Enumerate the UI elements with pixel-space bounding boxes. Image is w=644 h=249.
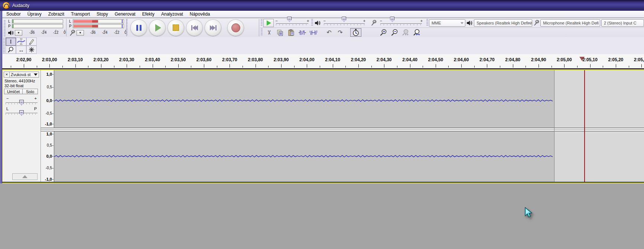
fit-project-button[interactable] bbox=[411, 28, 422, 37]
recording-meter-right[interactable]: P bbox=[73, 24, 124, 28]
output-volume-slider-thumb[interactable] bbox=[342, 17, 346, 22]
audacity-logo-icon bbox=[3, 2, 10, 9]
skip-to-start-button[interactable] bbox=[186, 19, 203, 36]
cut-button[interactable]: ✂ bbox=[263, 28, 274, 37]
play-at-speed-icon bbox=[267, 20, 271, 26]
output-device-dropdown[interactable]: Speakers (Realtek High Definit bbox=[474, 19, 532, 27]
timeline-label: 2:03,70 bbox=[217, 57, 242, 62]
silence-audio-button[interactable] bbox=[308, 28, 319, 37]
menu-item-zobrazit[interactable]: Zobrazit bbox=[45, 11, 68, 17]
record-button[interactable] bbox=[227, 19, 244, 36]
copy-button[interactable] bbox=[274, 28, 286, 37]
audio-host-dropdown[interactable]: MME bbox=[429, 19, 465, 27]
timeline-label: 2:05,10 bbox=[578, 57, 603, 62]
draw-tool-button[interactable] bbox=[26, 37, 37, 46]
tools-toolbar-grip[interactable] bbox=[3, 38, 5, 54]
timeline-minor-tick bbox=[217, 66, 217, 68]
selection-tool-button[interactable]: I bbox=[6, 37, 16, 46]
play-button[interactable] bbox=[149, 19, 166, 36]
timeline-label: 2:04,10 bbox=[320, 57, 345, 62]
menu-item-stopy[interactable]: Stopy bbox=[93, 11, 111, 17]
vertical-ruler[interactable]: 1,00,50,0-0,5-1,01,00,50,0-0,5-1,0 bbox=[41, 70, 54, 182]
redo-button[interactable]: ↷ bbox=[335, 28, 346, 37]
vruler-label: 0,0 bbox=[46, 154, 52, 158]
playback-meter-dropdown[interactable]: ▼ bbox=[15, 30, 22, 36]
vruler-label: 0,5 bbox=[47, 85, 52, 89]
transport-toolbar-grip[interactable] bbox=[126, 19, 128, 36]
timeline-tick bbox=[101, 64, 101, 68]
fit-selection-button[interactable] bbox=[400, 28, 411, 37]
multi-tool-button[interactable] bbox=[26, 46, 37, 54]
timeline-minor-tick bbox=[243, 66, 243, 68]
pan-slider[interactable]: L P bbox=[6, 107, 38, 116]
timeline-ruler[interactable]: 2:02,902:03,002:03,102:03,202:03,302:03,… bbox=[0, 54, 644, 69]
output-volume-slider[interactable]: − + bbox=[323, 19, 365, 27]
input-volume-slider[interactable]: − + bbox=[380, 19, 423, 27]
playback-meter-left[interactable]: L bbox=[12, 19, 63, 23]
vruler-label: -0,5 bbox=[46, 111, 52, 115]
playback-meter[interactable]: L P ▼ -36-24-120 bbox=[7, 19, 64, 36]
input-device-dropdown[interactable]: Microphone (Realtek High Defi bbox=[540, 19, 600, 27]
timeline-minor-tick bbox=[88, 66, 88, 68]
play-speed-slider-thumb[interactable] bbox=[287, 17, 292, 22]
timeline-minor-tick bbox=[448, 66, 449, 68]
play-at-speed-button[interactable] bbox=[263, 19, 274, 27]
time-shift-tool-button[interactable]: ↔ bbox=[16, 46, 26, 54]
menu-item-soubor[interactable]: Soubor bbox=[3, 11, 24, 17]
title-bar[interactable]: Audacity bbox=[0, 0, 644, 11]
input-volume-slider-thumb[interactable] bbox=[390, 17, 394, 22]
play-speed-slider[interactable]: − + bbox=[275, 19, 309, 27]
gain-slider[interactable]: − + bbox=[6, 96, 38, 106]
menu-item-efekty[interactable]: Efekty bbox=[139, 11, 158, 17]
skip-to-end-button[interactable] bbox=[205, 19, 221, 36]
sync-lock-button[interactable] bbox=[350, 28, 361, 37]
timeline-minor-tick bbox=[165, 66, 166, 68]
menu-item-analyzovat[interactable]: Analyzovat bbox=[158, 11, 186, 17]
input-channels-dropdown[interactable]: 2 (Stereo) Input C bbox=[601, 19, 644, 27]
timeline-minor-tick bbox=[552, 66, 552, 68]
solo-button[interactable]: Solo bbox=[22, 89, 38, 94]
menu-item-úpravy[interactable]: Úpravy bbox=[24, 11, 45, 17]
meter-toolbar-grip[interactable] bbox=[4, 20, 6, 37]
timeline-label: 2:03,20 bbox=[88, 57, 114, 62]
stop-icon bbox=[173, 24, 179, 31]
audio-clip-region[interactable] bbox=[54, 70, 554, 182]
menu-item-transport[interactable]: Transport bbox=[68, 11, 93, 17]
timeline-tick bbox=[616, 64, 616, 68]
zoom-out-button[interactable] bbox=[389, 28, 400, 37]
mute-button[interactable]: Umlčet bbox=[4, 89, 23, 94]
pause-button[interactable] bbox=[130, 19, 147, 36]
recording-peak-bar bbox=[92, 25, 98, 27]
menu-item-generovat[interactable]: Generovat bbox=[111, 11, 139, 17]
edit-toolbar-grip[interactable] bbox=[261, 29, 263, 36]
paste-button[interactable] bbox=[286, 28, 297, 37]
zoom-tool-button[interactable] bbox=[6, 46, 16, 54]
recording-meter-left[interactable]: L bbox=[73, 19, 124, 23]
timeline-tick bbox=[461, 64, 462, 68]
mixer-toolbar-grip[interactable] bbox=[311, 19, 313, 26]
microphone-icon bbox=[533, 20, 539, 26]
zoom-in-button[interactable] bbox=[378, 28, 389, 37]
recording-meter-right-label: P bbox=[69, 24, 72, 28]
recording-meter-dropdown[interactable]: ▼ bbox=[77, 30, 84, 36]
waveform-area[interactable] bbox=[54, 70, 644, 182]
trim-audio-button[interactable] bbox=[297, 28, 308, 37]
playback-meter-right[interactable]: P bbox=[12, 24, 63, 28]
gain-slider-thumb[interactable] bbox=[19, 100, 24, 105]
track-menu-arrow-icon[interactable] bbox=[34, 73, 38, 76]
channel-separator[interactable] bbox=[41, 128, 644, 131]
recording-meter[interactable]: L P ▼ -36-24-120 bbox=[68, 19, 125, 36]
playspeed-toolbar-grip[interactable] bbox=[261, 19, 263, 26]
stop-button[interactable] bbox=[167, 19, 184, 36]
menu-item-nápověda[interactable]: Nápověda bbox=[186, 11, 214, 17]
close-track-button[interactable]: ✕ bbox=[4, 72, 10, 77]
vruler-tick bbox=[52, 124, 53, 124]
collapse-track-button[interactable] bbox=[12, 173, 38, 180]
pan-slider-thumb[interactable] bbox=[19, 110, 24, 116]
track-name-menu[interactable]: Zvuková st bbox=[10, 72, 33, 77]
envelope-tool-button[interactable] bbox=[16, 37, 26, 46]
vruler-tick bbox=[52, 145, 53, 146]
undo-button[interactable]: ↶ bbox=[323, 28, 335, 37]
device-toolbar-grip[interactable] bbox=[426, 19, 428, 26]
meter-scale-label: 0 bbox=[64, 30, 66, 35]
